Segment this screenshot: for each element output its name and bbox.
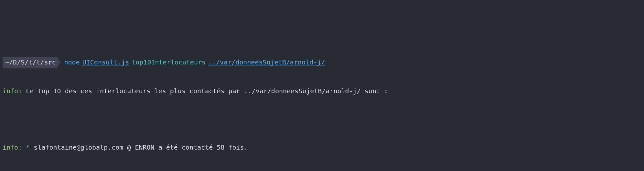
blank-line [3, 115, 641, 124]
command-arg-function: top10Interlocuteurs [132, 58, 206, 67]
output-line: info: * slafontaine@globalp.com @ ENRON … [3, 143, 641, 152]
terminal-output: ~/D/S/t/t/src node UIConsult.js top10Int… [0, 38, 644, 171]
command-arg-path: ../var/donneesSujetB/arnold-j/ [208, 58, 325, 67]
log-level-info: info [3, 143, 18, 151]
log-level-info: info [3, 87, 18, 95]
line-text: * slafontaine@globalp.com @ ENRON a été … [22, 143, 248, 151]
prompt-cwd: ~/D/S/t/t/src [3, 57, 60, 68]
command-script: UIConsult.js [82, 58, 129, 67]
colon: : [18, 87, 22, 95]
command-node: node [64, 58, 80, 67]
colon: : [18, 143, 22, 151]
command-prompt-line: ~/D/S/t/t/src node UIConsult.js top10Int… [3, 57, 641, 68]
output-header-line: info: Le top 10 des ces interlocuteurs l… [3, 86, 641, 96]
header-text: Le top 10 des ces interlocuteurs les plu… [22, 87, 388, 95]
